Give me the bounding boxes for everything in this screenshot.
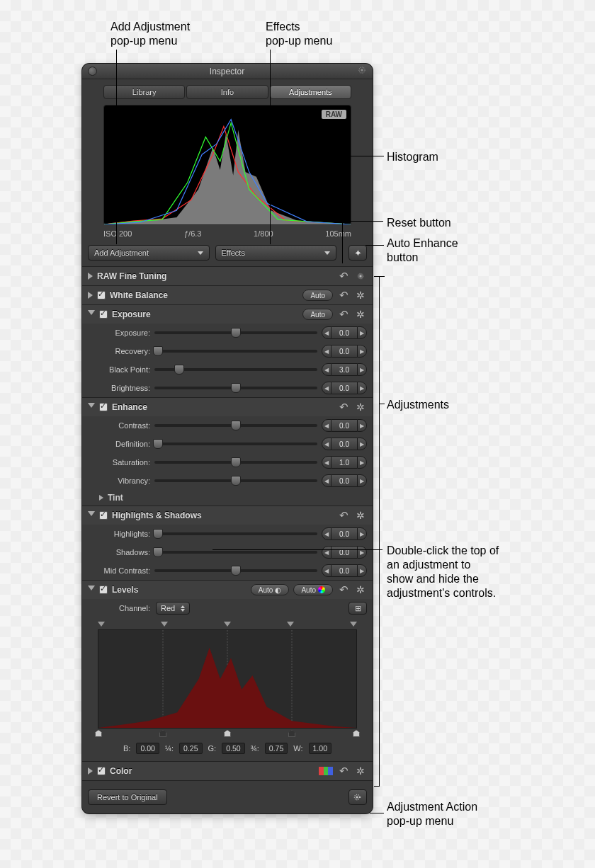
lvl-tq-field[interactable]: 0.75 xyxy=(265,743,288,754)
slider-thumb[interactable] xyxy=(231,457,241,467)
value-field[interactable]: 0.0 xyxy=(332,438,357,450)
level-white-marker[interactable] xyxy=(353,730,360,737)
levels-expand-button[interactable]: ⊞ xyxy=(348,602,367,615)
enhance-checkbox[interactable] xyxy=(99,403,108,411)
tint-row[interactable]: Tint xyxy=(82,490,373,506)
panel-menu-button[interactable] xyxy=(357,65,367,77)
reset-button[interactable]: ↶ xyxy=(337,583,350,596)
action-gear-button[interactable]: ✲ xyxy=(354,289,367,302)
action-gear-button[interactable]: ✲ xyxy=(354,509,367,522)
channel-select[interactable]: Red xyxy=(156,602,190,615)
slider-thumb[interactable] xyxy=(231,476,241,486)
slider-track[interactable] xyxy=(154,532,317,535)
value-field[interactable]: 0.0 xyxy=(332,419,357,432)
slider-thumb[interactable] xyxy=(153,439,163,449)
level-three-quarter-marker[interactable] xyxy=(288,730,295,737)
reset-button[interactable]: ↶ xyxy=(337,308,350,321)
levels-checkbox[interactable] xyxy=(99,586,108,594)
value-field[interactable]: 0.0 xyxy=(332,527,357,540)
inc-button[interactable]: ▶ xyxy=(357,474,367,487)
value-field[interactable]: 0.0 xyxy=(332,326,357,339)
reset-button[interactable]: ↶ xyxy=(337,401,350,413)
dec-button[interactable]: ◀ xyxy=(322,326,332,339)
level-top-marker[interactable] xyxy=(287,622,294,627)
levels-auto-color[interactable]: Auto xyxy=(293,584,333,595)
section-enhance[interactable]: Enhance ↶ ✲ xyxy=(82,398,373,416)
value-field[interactable]: 1.0 xyxy=(332,456,357,469)
slider-thumb[interactable] xyxy=(153,529,163,539)
inc-button[interactable]: ▶ xyxy=(357,419,367,432)
reset-button[interactable]: ↶ xyxy=(337,289,350,302)
dec-button[interactable]: ◀ xyxy=(322,474,332,487)
inc-button[interactable]: ▶ xyxy=(357,456,367,469)
level-top-marker[interactable] xyxy=(224,622,231,627)
inc-button[interactable]: ▶ xyxy=(357,382,367,394)
inc-button[interactable]: ▶ xyxy=(357,564,367,577)
tab-adjustments[interactable]: Adjustments xyxy=(270,85,351,99)
section-white-balance[interactable]: White Balance Auto ↶ ✲ xyxy=(82,286,373,304)
wb-auto-button[interactable]: Auto xyxy=(302,290,333,301)
slider-track[interactable] xyxy=(154,350,317,353)
disclose-icon[interactable] xyxy=(88,403,95,411)
disclose-icon[interactable] xyxy=(88,767,93,775)
lvl-b-field[interactable]: 0.00 xyxy=(136,743,159,754)
inc-button[interactable]: ▶ xyxy=(357,326,367,339)
disclose-icon[interactable] xyxy=(88,586,95,594)
close-button[interactable] xyxy=(88,67,97,76)
action-gear-button[interactable]: ✲ xyxy=(354,583,367,596)
reset-button[interactable]: ↶ xyxy=(337,765,350,777)
effects-popup[interactable]: Effects xyxy=(215,245,337,261)
slider-thumb[interactable] xyxy=(153,547,163,557)
slider-thumb[interactable] xyxy=(231,328,241,338)
slider-track[interactable] xyxy=(154,461,317,464)
adjustment-action-popup[interactable] xyxy=(348,789,367,805)
slider-thumb[interactable] xyxy=(231,383,241,393)
dec-button[interactable]: ◀ xyxy=(322,363,332,376)
slider-track[interactable] xyxy=(154,368,317,371)
level-black-marker[interactable] xyxy=(95,730,102,737)
slider-thumb[interactable] xyxy=(174,365,184,375)
lvl-q-field[interactable]: 0.25 xyxy=(179,743,202,754)
exposure-checkbox[interactable] xyxy=(99,310,108,319)
level-top-marker[interactable] xyxy=(161,622,168,627)
value-field[interactable]: 3.0 xyxy=(332,363,357,376)
slider-thumb[interactable] xyxy=(153,346,163,356)
section-highlights-shadows[interactable]: Highlights & Shadows ↶ ✲ xyxy=(82,506,373,525)
disclose-icon[interactable] xyxy=(88,511,95,520)
dec-button[interactable]: ◀ xyxy=(322,546,332,559)
reset-button[interactable]: ↶ xyxy=(337,270,350,282)
value-field[interactable]: 0.0 xyxy=(332,474,357,487)
slider-track[interactable] xyxy=(154,569,317,572)
inc-button[interactable]: ▶ xyxy=(357,546,367,559)
action-gear-button[interactable]: ✲ xyxy=(354,401,367,413)
inc-button[interactable]: ▶ xyxy=(357,527,367,540)
dec-button[interactable]: ◀ xyxy=(322,456,332,469)
level-top-marker[interactable] xyxy=(98,622,105,627)
disclose-icon[interactable] xyxy=(99,495,103,501)
value-field[interactable]: 0.0 xyxy=(332,382,357,394)
slider-track[interactable] xyxy=(154,442,317,445)
dec-button[interactable]: ◀ xyxy=(322,419,332,432)
action-gear-button[interactable]: ✲ xyxy=(354,308,367,321)
section-raw-fine-tuning[interactable]: RAW Fine Tuning ↶ xyxy=(82,267,373,285)
level-gray-marker[interactable] xyxy=(224,730,231,737)
dec-button[interactable]: ◀ xyxy=(322,564,332,577)
dec-button[interactable]: ◀ xyxy=(322,345,332,358)
action-gear-button[interactable]: ✲ xyxy=(354,765,367,777)
level-quarter-marker[interactable] xyxy=(159,730,166,737)
add-adjustment-popup[interactable]: Add Adjustment xyxy=(88,245,210,261)
auto-enhance-button[interactable]: ✦ xyxy=(348,245,367,261)
hs-checkbox[interactable] xyxy=(99,511,108,520)
dec-button[interactable]: ◀ xyxy=(322,527,332,540)
section-color[interactable]: Color ↶ ✲ xyxy=(82,762,373,780)
disclose-icon[interactable] xyxy=(88,273,93,280)
slider-thumb[interactable] xyxy=(231,566,241,576)
slider-track[interactable] xyxy=(154,331,317,334)
slider-track[interactable] xyxy=(154,479,317,482)
lvl-g-field[interactable]: 0.50 xyxy=(222,743,244,754)
section-levels[interactable]: Levels Auto◐ Auto ↶ ✲ xyxy=(82,581,373,599)
slider-thumb[interactable] xyxy=(231,421,241,430)
exposure-auto-button[interactable]: Auto xyxy=(302,309,333,320)
value-field[interactable]: 0.0 xyxy=(332,546,357,559)
inc-button[interactable]: ▶ xyxy=(357,345,367,358)
